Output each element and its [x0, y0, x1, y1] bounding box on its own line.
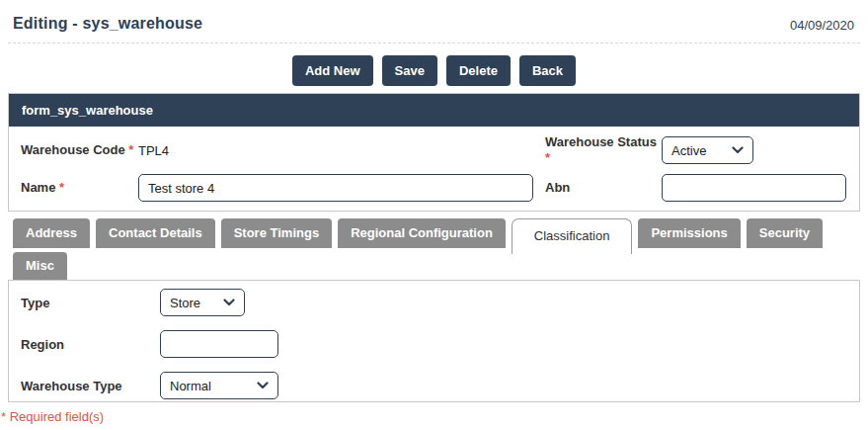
tab-classification[interactable]: Classification — [512, 218, 633, 254]
chevron-down-icon — [223, 299, 235, 306]
warehouse-status-select[interactable]: Active — [662, 136, 753, 164]
tab-misc[interactable]: Misc — [13, 252, 67, 280]
tab-address[interactable]: Address — [13, 218, 90, 248]
back-button[interactable]: Back — [519, 55, 576, 86]
form-panel-title: form_sys_warehouse — [9, 94, 859, 127]
tab-contact-details[interactable]: Contact Details — [96, 218, 215, 248]
warehouse-type-selected-value: Normal — [170, 379, 211, 393]
required-asterisk: * — [59, 180, 64, 195]
tab-bar-row2: Misc — [13, 252, 868, 280]
name-input[interactable] — [138, 174, 533, 202]
warehouse-type-select[interactable]: Normal — [160, 372, 278, 399]
required-fields-note: * Required field(s) — [1, 409, 868, 424]
warehouse-status-label: Warehouse Status * — [545, 134, 662, 166]
warehouse-type-label: Warehouse Type — [9, 379, 160, 393]
tab-security[interactable]: Security — [747, 218, 823, 248]
date-label: 04/09/2020 — [790, 15, 854, 33]
warehouse-code-cell: TPL4 — [138, 143, 545, 158]
form-row: Region — [9, 330, 859, 358]
form-row: Warehouse Code * TPL4 Warehouse Status *… — [9, 127, 859, 169]
name-cell — [138, 174, 545, 202]
warehouse-status-selected-value: Active — [671, 143, 706, 158]
required-asterisk: * — [545, 150, 550, 165]
abn-label: Abn — [545, 180, 662, 196]
required-asterisk: * — [128, 142, 133, 157]
classification-panel: Type Store Region Warehouse Type Normal — [8, 280, 860, 402]
tab-store-timings[interactable]: Store Timings — [221, 218, 332, 248]
region-input[interactable] — [160, 330, 278, 358]
type-select[interactable]: Store — [160, 289, 245, 316]
save-button[interactable]: Save — [382, 55, 437, 86]
tab-regional-configuration[interactable]: Regional Configuration — [338, 218, 506, 248]
chevron-down-icon — [257, 382, 269, 389]
header-divider — [8, 43, 860, 43]
add-new-button[interactable]: Add New — [292, 55, 373, 86]
warehouse-code-label: Warehouse Code * — [9, 142, 138, 158]
action-toolbar: Add New Save Delete Back — [0, 55, 868, 86]
type-label: Type — [9, 296, 160, 310]
tab-bar: Address Contact Details Store Timings Re… — [13, 218, 868, 248]
name-label: Name * — [9, 180, 138, 196]
form-row: Type Store — [9, 289, 859, 316]
form-row: Name * Abn — [9, 169, 859, 211]
form-row: Warehouse Type Normal — [9, 372, 859, 399]
tab-permissions[interactable]: Permissions — [638, 218, 740, 248]
page-title: Editing - sys_warehouse — [13, 15, 202, 33]
chevron-down-icon — [732, 146, 744, 154]
delete-button[interactable]: Delete — [446, 55, 511, 86]
abn-input[interactable] — [662, 174, 846, 202]
form-panel: form_sys_warehouse Warehouse Code * TPL4… — [8, 93, 860, 212]
warehouse-code-value: TPL4 — [138, 143, 169, 158]
region-label: Region — [9, 337, 160, 352]
warehouse-edit-page: Editing - sys_warehouse 04/09/2020 Add N… — [0, 0, 868, 430]
type-selected-value: Store — [170, 296, 200, 310]
page-header: Editing - sys_warehouse 04/09/2020 — [0, 0, 868, 33]
